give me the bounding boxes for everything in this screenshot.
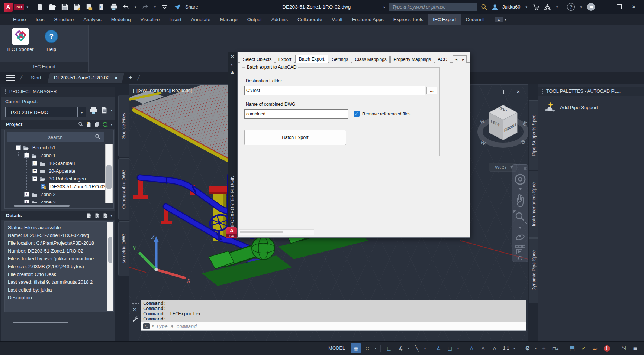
object-snap-tracking-toggle[interactable]: ∠	[433, 343, 444, 353]
undo-dropdown[interactable]: ▾	[135, 5, 136, 9]
dialog-horizontal-scrollbar[interactable]	[239, 229, 314, 235]
search-input[interactable]	[389, 3, 477, 11]
annotation-scale-button[interactable]: 1:1	[501, 343, 511, 353]
tree-vertical-scrollbar[interactable]	[105, 144, 113, 203]
ribbon-collapse-control[interactable]: ▲ ▾	[495, 14, 506, 25]
ribbon-tab-annotate[interactable]: Annotate	[186, 14, 215, 25]
user-icon[interactable]	[491, 3, 499, 11]
batch-export-button[interactable]: Batch Export	[244, 130, 346, 145]
chevron-down-icon[interactable]: ▾	[110, 123, 112, 126]
snap-toggle[interactable]: ∷	[362, 343, 373, 353]
details-report-icon[interactable]	[86, 213, 92, 219]
tab-dynamic-pipe-spec[interactable]: Dynamic Pipe Spec	[529, 238, 540, 303]
remove-referenced-label[interactable]: Remove referenced files	[362, 111, 410, 117]
tab-settings[interactable]: Settings	[329, 56, 351, 63]
redo-button[interactable]	[141, 2, 150, 12]
chevron-down-icon[interactable]: ▾	[110, 214, 112, 218]
p3d-xref-button[interactable]: ▱	[590, 343, 600, 353]
file-tab-start[interactable]: Start	[27, 75, 45, 81]
project-report-icon[interactable]	[100, 107, 108, 114]
share-label[interactable]: Share	[185, 4, 198, 10]
destination-folder-input[interactable]	[244, 86, 425, 95]
tree-item-bereich-51[interactable]: − Bereich 51	[16, 144, 105, 152]
tab-scroll-right-button[interactable]: ▸	[460, 55, 467, 63]
tab-source-files[interactable]: Source Files	[118, 95, 129, 157]
search-icon[interactable]	[95, 134, 100, 139]
palette-title-bar[interactable]: ✕ ⇤ ✱ IFCEXPORTER PLUGIN	[228, 52, 238, 237]
new-tab-button[interactable]: +	[128, 74, 132, 82]
polar-tracking-toggle[interactable]: ∡	[395, 343, 406, 353]
ifc-exporter-button[interactable]: IFC Exporter	[7, 28, 34, 64]
tree-item-20-apparate[interactable]: + 20-Apparate	[32, 167, 105, 175]
command-history[interactable]: Command: Command: Command: IFCExporter C…	[141, 300, 526, 323]
ribbon-tab-home[interactable]: Home	[8, 14, 31, 25]
project-section-header[interactable]: Project ▾	[1, 120, 115, 129]
tree-item-10-stahlbau[interactable]: + 10-Stahlbau	[32, 159, 105, 167]
ribbon-tab-manage[interactable]: Manage	[215, 14, 242, 25]
p3d-alert-button[interactable]: !	[602, 343, 612, 353]
cart-icon[interactable]	[532, 3, 540, 11]
expand-icon[interactable]: +	[24, 192, 29, 197]
file-tab-active[interactable]: DE203-51-Zone1-1RO-02 ✕	[47, 73, 124, 83]
tree-item-drawing-selected[interactable]: DE203-51-Zone1-1RO-02	[41, 183, 105, 190]
workspace-dropdown[interactable]: ▾	[534, 343, 538, 353]
p3d-document-button[interactable]: ▤	[567, 343, 577, 353]
expand-icon[interactable]: +	[32, 161, 37, 166]
etransmit-button[interactable]	[84, 2, 94, 12]
grid-toggle[interactable]: ▦	[351, 343, 361, 353]
drawing-close-button[interactable]: ✕	[516, 89, 520, 95]
collapse-icon[interactable]: −	[24, 153, 29, 158]
annotation-monitor-toggle[interactable]: A	[489, 343, 500, 353]
tree-item-zone-1[interactable]: − Zone 1	[24, 152, 105, 159]
tab-instrumentation-spec[interactable]: Instrumentation Spec	[529, 171, 540, 238]
file-tab-menu-icon[interactable]	[6, 75, 15, 81]
ribbon-tab-modeling[interactable]: Modeling	[106, 14, 136, 25]
tab-isometric-dwg[interactable]: Isometric DWG	[118, 221, 129, 276]
tree-item-30-rohrleitungen[interactable]: − 30-Rohrleitungen	[32, 175, 105, 183]
chevron-down-icon[interactable]: ▾	[111, 108, 113, 112]
clean-screen-button[interactable]: ⇲	[618, 343, 629, 353]
palette-grip-icon[interactable]	[541, 89, 543, 94]
crosshair-button[interactable]: +	[539, 343, 549, 353]
osnap-dropdown[interactable]: ▾	[456, 343, 460, 353]
help-button[interactable]: ? Help	[44, 28, 59, 64]
ribbon-tab-featured-apps[interactable]: Featured Apps	[347, 14, 389, 25]
window-maximize-button[interactable]	[614, 2, 625, 12]
redo-dropdown[interactable]: ▾	[154, 5, 156, 9]
tree-horizontal-scrollbar[interactable]	[5, 204, 113, 208]
ribbon-tab-insert[interactable]: Insert	[164, 14, 186, 25]
help-dropdown[interactable]: ▾	[580, 5, 582, 9]
browse-button[interactable]: ...	[426, 87, 437, 94]
combined-dwg-input[interactable]: combined	[244, 109, 348, 119]
ribbon-tab-vault[interactable]: Vault	[327, 14, 347, 25]
new-file-button[interactable]	[35, 2, 45, 12]
palette-grip-icon[interactable]	[4, 89, 6, 94]
customize-wrench-icon[interactable]	[132, 316, 139, 322]
open-file-button[interactable]	[47, 2, 57, 12]
annotation-autoscale-toggle[interactable]: A	[478, 343, 488, 353]
wcs-selector[interactable]: WCS	[495, 165, 506, 170]
plot-button[interactable]	[109, 2, 118, 12]
ortho-toggle[interactable]: ∟	[384, 343, 394, 353]
current-project-select[interactable]: P3D-2018 DEMO ▾	[5, 107, 86, 117]
refresh-icon[interactable]	[102, 121, 108, 127]
tab-orthographic-dwg[interactable]: Orthographic DWG	[118, 158, 129, 220]
mobile-share-button[interactable]	[96, 2, 106, 12]
viewport-controls-label[interactable]: [-][SW Isometric][Realistic]	[133, 88, 192, 93]
save-button[interactable]	[59, 2, 69, 12]
snap-dropdown[interactable]: ▾	[374, 343, 377, 353]
tree-item-zone-2[interactable]: + Zone 2	[24, 190, 105, 198]
plot-project-icon[interactable]	[89, 106, 97, 114]
p3d-compare-button[interactable]: ✓	[579, 343, 589, 353]
username-label[interactable]: Jukka60	[502, 4, 520, 10]
help-icon[interactable]: ?	[567, 3, 575, 11]
collapse-icon[interactable]: −	[32, 176, 37, 181]
new-drawing-icon[interactable]	[86, 121, 92, 127]
window-minimize-button[interactable]: ─	[599, 2, 610, 12]
autodesk-dropdown[interactable]: ▾	[556, 5, 558, 9]
panel-label[interactable]: IFC Export	[0, 62, 88, 72]
details-history-icon[interactable]	[102, 213, 108, 219]
command-line-grip-bar[interactable]: ✕	[131, 300, 141, 330]
details-section-header[interactable]: Details ▾	[1, 211, 115, 220]
annotation-visibility-toggle[interactable]: Å	[466, 343, 477, 353]
